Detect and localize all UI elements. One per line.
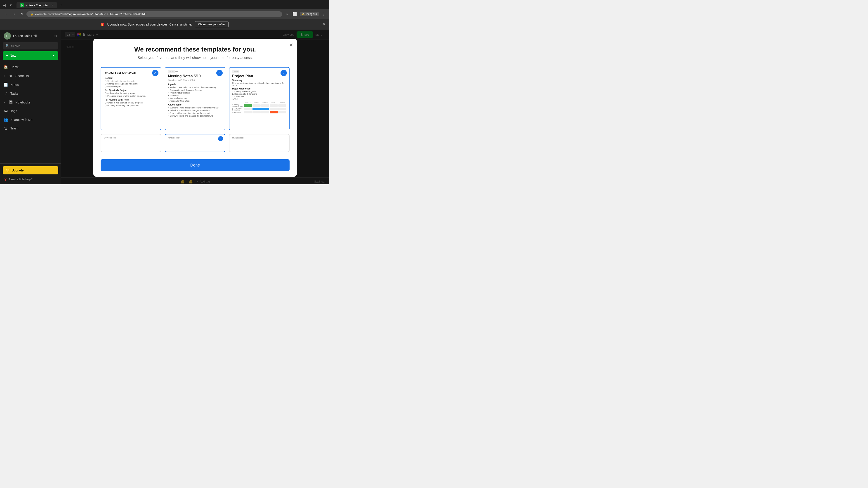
sidebar-item-label: Tags xyxy=(10,109,17,113)
gantt-cell-on-track xyxy=(252,108,260,110)
done-btn[interactable]: Done xyxy=(101,159,289,171)
help-btn[interactable]: ❓ Need a little help? xyxy=(3,176,58,183)
incognito-label: Incognito xyxy=(306,12,317,15)
gantt-cell-empty xyxy=(278,108,286,110)
sidebar-item-shortcuts[interactable]: ▶ ★ Shortcuts xyxy=(0,71,61,80)
new-tab-btn[interactable]: + xyxy=(58,3,64,8)
modal-footer: Done xyxy=(93,156,297,177)
todo-radio xyxy=(105,86,106,88)
template-card-project[interactable]: ✓ Default Project Plan Summary Plan for … xyxy=(229,67,289,130)
banner-close-btn[interactable]: ✕ xyxy=(322,22,326,26)
mini-template-card-3[interactable]: My Notebook xyxy=(229,134,289,152)
meeting-item: • Sharon will prepare financials for the… xyxy=(168,112,222,114)
shortcuts-arrow-icon: ▶ xyxy=(4,74,5,77)
mini-template-card-1[interactable]: My Notebook xyxy=(101,134,161,152)
meeting-card-content: Default Meeting Notes 5/10 Attendees: Je… xyxy=(165,68,225,130)
tab-history-back[interactable]: ◀ xyxy=(2,2,7,8)
sidebar-item-tasks[interactable]: ✓ Tasks xyxy=(0,89,61,98)
modal-title: We recommend these templates for you. xyxy=(101,46,289,53)
sidebar-item-label: Notebooks xyxy=(16,101,31,104)
extension-btn[interactable]: ⬜ xyxy=(291,11,298,17)
sidebar-item-notes[interactable]: 📄 Notes xyxy=(0,80,61,89)
meeting-section-action: Action Items: xyxy=(168,103,222,106)
todo-item: Update budget report template xyxy=(105,80,157,82)
star-btn[interactable]: ☆ xyxy=(284,11,290,17)
settings-icon[interactable]: ⚙ xyxy=(54,34,57,38)
toolbar-dots xyxy=(176,70,178,73)
url-text: evernote.com/client/web?login=true#/note… xyxy=(35,12,147,16)
template-card-todo[interactable]: ✓ To-Do List for Work General Update bud… xyxy=(101,67,161,130)
tab-close-btn[interactable]: ✕ xyxy=(51,4,54,7)
mini-template-card-2[interactable]: ✓ My Notebook xyxy=(165,134,225,152)
meeting-item: • Review presentation for Board of Direc… xyxy=(168,86,222,89)
todo-radio xyxy=(105,92,106,94)
search-btn[interactable]: 🔍 Search xyxy=(3,42,58,50)
project-section-summary: Summary xyxy=(232,79,286,82)
todo-item-text: Finish outline for weekly report xyxy=(107,92,135,94)
project-milestone: 4. Test xyxy=(232,98,286,100)
todo-card-title: To-Do List for Work xyxy=(105,71,157,75)
meeting-card-title: Meeting Notes 5/10 xyxy=(168,74,222,78)
upgrade-label: Upgrade xyxy=(11,168,24,172)
sidebar-nav: 🏠 Home ▶ ★ Shortcuts 📄 Notes ✓ Tasks ▶ 📓… xyxy=(0,62,61,163)
todo-section-team: For Meeting with Team xyxy=(105,98,157,101)
meeting-check-badge: ✓ xyxy=(216,70,223,76)
gantt-label: 3. Implement xyxy=(232,111,243,113)
tab-bar: ◀ ▼ 🐘 Notes - Evernote ✕ + xyxy=(0,0,329,9)
notebooks-icon: 📓 xyxy=(8,100,13,104)
sidebar-item-home[interactable]: 🏠 Home xyxy=(0,63,61,71)
sidebar-item-label: Tasks xyxy=(10,92,19,95)
project-section-milestones: Major Milestones xyxy=(232,88,286,90)
template-card-meeting[interactable]: ✓ Default Meetin xyxy=(165,67,225,130)
todo-section-quarterly: For Quarterly Project xyxy=(105,89,157,92)
new-tab-expand[interactable]: ▼ xyxy=(8,2,14,8)
todo-item: Do a dry run through the presentation xyxy=(105,104,157,107)
refresh-btn[interactable]: ↻ xyxy=(19,11,25,17)
tab-evernote[interactable]: 🐘 Notes - Evernote ✕ xyxy=(17,2,57,8)
mini-notebook-label: My Notebook xyxy=(168,137,222,139)
todo-item: Proofread article draft to publish next … xyxy=(105,95,157,97)
modal-header: We recommend these templates for you. Se… xyxy=(93,39,297,64)
modal-close-btn[interactable]: ✕ xyxy=(289,42,293,48)
project-card-content: Default Project Plan Summary Plan for im… xyxy=(229,68,289,130)
todo-item-text: Share process updates with team xyxy=(107,83,138,85)
sidebar-item-tags[interactable]: 🏷 Tags xyxy=(0,107,61,115)
sidebar-item-label: Trash xyxy=(10,127,18,130)
claim-offer-btn[interactable]: Claim now your offer xyxy=(195,21,228,27)
mini-notebook-label: My Notebook xyxy=(104,137,158,139)
sidebar-item-label: Shortcuts xyxy=(16,74,29,78)
gantt-cell-empty xyxy=(270,108,278,110)
forward-btn[interactable]: → xyxy=(11,11,17,17)
back-btn[interactable]: ← xyxy=(3,11,9,17)
gantt-label: 2. Design drafts & iterations xyxy=(232,107,243,111)
tags-icon: 🏷 xyxy=(4,109,8,113)
sidebar-item-shared[interactable]: 👥 Shared with Me xyxy=(0,115,61,124)
meeting-item: • Everyone - read through and leave comm… xyxy=(168,107,222,109)
incognito-badge: 🕵 Incognito xyxy=(300,12,319,16)
user-name: Lauren Dale Deli xyxy=(13,34,52,38)
menu-btn[interactable]: ⋮ xyxy=(320,11,327,17)
todo-item: Share process updates with team xyxy=(105,83,157,85)
mini-card-content: My Notebook xyxy=(101,134,161,141)
home-icon: 🏠 xyxy=(4,65,8,69)
help-icon: ❓ xyxy=(4,177,7,181)
todo-item: Check in with team on weekly progress xyxy=(105,102,157,104)
todo-item-text: Update budget report template xyxy=(107,80,135,82)
new-btn[interactable]: + New ▼ xyxy=(3,51,58,60)
mini-card-content: My Notebook xyxy=(229,134,289,141)
todo-item-text: Do a dry run through the presentation xyxy=(107,104,141,107)
todo-check-badge: ✓ xyxy=(152,70,158,76)
gift-icon: 🎁 xyxy=(101,23,104,26)
incognito-icon: 🕵 xyxy=(302,12,305,15)
gantt-row-1: 1. Identify timeline & goals xyxy=(232,104,286,107)
project-milestone: 3. Implement xyxy=(232,95,286,98)
sidebar-item-trash[interactable]: 🗑 Trash xyxy=(0,124,61,133)
gantt-cell-empty xyxy=(278,104,286,107)
sidebar-item-notebooks[interactable]: ▶ 📓 Notebooks xyxy=(0,98,61,107)
todo-radio xyxy=(105,105,106,106)
address-bar[interactable]: 🔒 evernote.com/client/web?login=true#/no… xyxy=(26,11,282,17)
meeting-attendees: Attendees: Jeff, Sharon, Elliott xyxy=(168,79,222,81)
upgrade-btn[interactable]: 💛 Upgrade xyxy=(3,166,58,174)
shortcuts-icon: ★ xyxy=(8,74,13,78)
todo-item-text: Proofread article draft to publish next … xyxy=(107,95,146,97)
